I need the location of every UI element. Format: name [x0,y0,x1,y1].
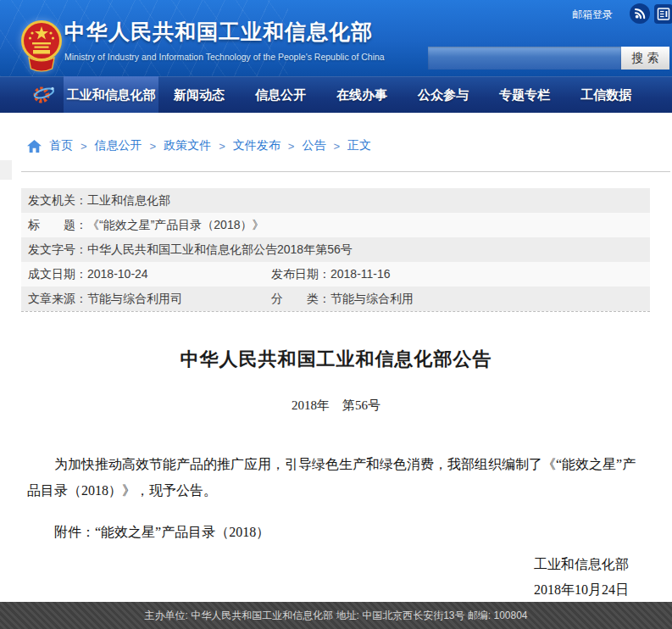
article-signature: 工业和信息化部 2018年10月24日 [21,552,651,603]
nav-items: 工业和信息化部 新闻动态 信息公开 在线办事 公众参与 专题专栏 工信数据 [64,76,647,113]
meta-row-title: 标 题：《“能效之星”产品目录（2018）》 [21,213,650,237]
announcement-article: 中华人民共和国工业和信息化部公告 2018年 第56号 为加快推动高效节能产品的… [21,335,651,603]
site-title: 中华人民共和国工业和信息化部 [64,18,385,46]
nav-item-online-services[interactable]: 在线办事 [321,76,403,113]
breadcrumb-divider [21,171,670,172]
nav-item-info-disclosure[interactable]: 信息公开 [240,76,321,113]
breadcrumb: 首页 > 信息公开 > 政策文件 > 文件发布 > 公告 > 正文 [27,138,371,153]
national-emblem-icon [20,19,63,74]
breadcrumb-policy-docs[interactable]: 政策文件 [164,138,211,153]
document-meta-table: 发文机关：工业和信息化部 标 题：《“能效之星”产品目录（2018）》 发文字号… [21,188,650,312]
breadcrumb-separator: > [150,140,157,153]
site-subtitle: Ministry of Industry and Information Tec… [64,52,385,62]
breadcrumb-separator: > [288,140,295,153]
edge-widget [0,160,12,180]
search-button[interactable]: 搜 索 [621,47,669,70]
nav-item-special-topics[interactable]: 专题专栏 [484,76,565,113]
meta-label: 发文字号： [28,242,87,256]
nav-item-public-participation[interactable]: 公众参与 [403,76,484,113]
meta-value: 2018-10-24 [87,267,148,281]
primary-nav: 工业和信息化部 新闻动态 信息公开 在线办事 公众参与 专题专栏 工信数据 [0,76,672,113]
meta-label: 文章来源： [28,292,87,305]
meta-label: 标 题： [28,218,87,231]
mobile-news-icon[interactable] [654,4,672,24]
rss-icon[interactable] [630,3,650,24]
breadcrumb-announcement[interactable]: 公告 [302,138,325,153]
meta-value: 工业和信息化部 [87,193,170,207]
breadcrumb-separator: > [81,140,87,153]
footer-text: 主办单位: 中华人民共和国工业和信息化部 地址: 中国北京西长安街13号 邮编:… [144,610,527,621]
meta-row-source-category: 文章来源：节能与综合利用司 分 类：节能与综合利用 [21,287,650,311]
nav-item-data[interactable]: 工信数据 [565,76,647,113]
breadcrumb-current: 正文 [347,138,371,153]
meta-row-issuing-agency: 发文机关：工业和信息化部 [21,188,650,213]
attachment-link[interactable]: 附件：“能效之星”产品目录（2018） [27,524,651,542]
site-title-block: 中华人民共和国工业和信息化部 Ministry of Industry and … [64,18,385,62]
miit-logo-icon[interactable] [31,81,56,107]
breadcrumb-separator: > [219,140,225,153]
meta-value: 2018-11-16 [330,267,391,281]
signer: 工业和信息化部 [21,552,629,577]
mail-login-link[interactable]: 邮箱登录 [572,8,613,22]
meta-label: 成文日期： [28,267,87,281]
meta-label: 发文机关： [28,193,87,207]
sign-date: 2018年10月24日 [21,577,629,603]
breadcrumb-info-disclosure[interactable]: 信息公开 [95,138,142,153]
meta-row-dates: 成文日期：2018-10-24 发布日期：2018-11-16 [21,262,650,287]
meta-row-doc-number: 发文字号：中华人民共和国工业和信息化部公告2018年第56号 [21,237,650,262]
article-paragraph: 为加快推动高效节能产品的推广应用，引导绿色生产和绿色消费，我部组织编制了《“能效… [27,451,647,504]
meta-col2: 发布日期：2018-11-16 [271,262,391,287]
meta-value: 节能与综合利用司 [87,292,182,305]
meta-label: 发布日期： [271,267,330,281]
article-doc-number: 2018年 第56号 [21,398,651,414]
breadcrumb-doc-release[interactable]: 文件发布 [233,138,280,153]
meta-value: 中华人民共和国工业和信息化部公告2018年第56号 [87,242,353,256]
nav-item-news[interactable]: 新闻动态 [158,76,240,113]
home-icon[interactable] [27,140,42,153]
meta-label: 分 类： [271,292,330,305]
nav-item-miit[interactable]: 工业和信息化部 [64,76,158,113]
meta-value: 《“能效之星”产品目录（2018）》 [87,218,264,231]
breadcrumb-home[interactable]: 首页 [49,138,73,153]
site-header: 中华人民共和国工业和信息化部 Ministry of Industry and … [0,0,672,76]
breadcrumb-separator: > [333,140,340,153]
meta-value: 节能与综合利用 [330,292,414,305]
meta-col2: 分 类：节能与综合利用 [271,287,414,311]
site-footer: 主办单位: 中华人民共和国工业和信息化部 地址: 中国北京西长安街13号 邮编:… [0,602,672,629]
article-title: 中华人民共和国工业和信息化部公告 [21,347,651,372]
search-input[interactable] [428,47,621,70]
